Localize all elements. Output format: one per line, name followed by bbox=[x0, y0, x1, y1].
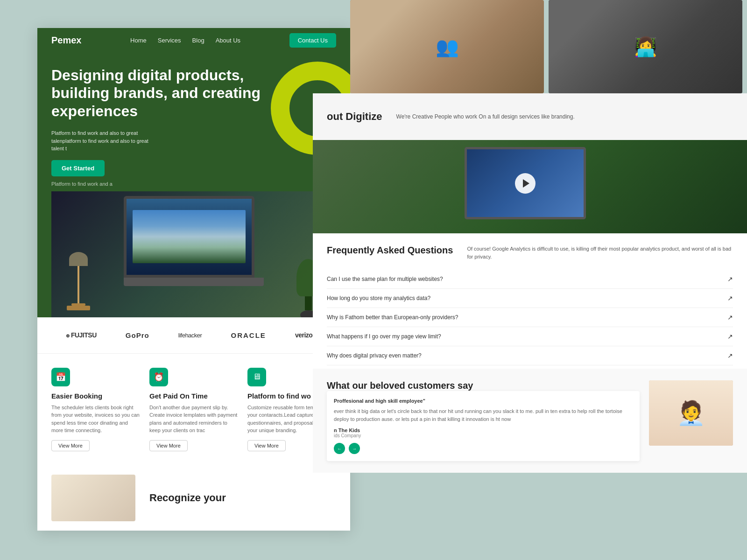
feature-desc-payment: Don't another due payment slip by. Creat… bbox=[149, 404, 238, 434]
recognize-image bbox=[51, 475, 135, 521]
testimonial-author: n The Kids bbox=[334, 427, 633, 433]
view-more-payment[interactable]: View More bbox=[149, 440, 188, 451]
people-scene-1 bbox=[350, 0, 544, 93]
feature-title-booking: Easier Booking bbox=[51, 392, 140, 400]
brand-lifehacker: lifehacker bbox=[178, 332, 202, 339]
faq-arrow-5: ↗ bbox=[727, 352, 733, 359]
faq-section: Frequently Asked Questions Of course! Go… bbox=[313, 233, 747, 377]
hero-title: Designing digital products, building bra… bbox=[51, 66, 285, 120]
about-section: out Digitize We're Creative People who w… bbox=[313, 93, 747, 140]
navigation: Pemex Home Services Blog About Us Contac… bbox=[37, 28, 350, 52]
about-title: out Digitize bbox=[327, 111, 382, 123]
features-section: 📅 Easier Booking The scheduler lets clie… bbox=[37, 354, 350, 465]
faq-question-4: What happens if I go over my page view l… bbox=[327, 333, 441, 340]
hero-subtext: Platform to find work and a bbox=[51, 181, 336, 187]
faq-question-3: Why is Fathom better than European-only … bbox=[327, 314, 458, 321]
video-screen bbox=[465, 147, 586, 219]
nav-services[interactable]: Services bbox=[158, 37, 181, 44]
main-website-panel: Pemex Home Services Blog About Us Contac… bbox=[37, 28, 350, 531]
people-scene-2 bbox=[549, 0, 742, 93]
testimonials-title: What our beloved customers say bbox=[327, 380, 640, 391]
nav-about[interactable]: About Us bbox=[216, 37, 240, 44]
play-triangle-icon bbox=[523, 179, 529, 188]
brand-gopro: GoPro bbox=[126, 331, 149, 339]
testimonial-company: ids Company bbox=[334, 433, 633, 438]
top-right-images bbox=[345, 0, 747, 93]
faq-item-4[interactable]: What happens if I go over my page view l… bbox=[327, 327, 733, 346]
screen-landscape bbox=[133, 210, 245, 263]
lamp-decoration bbox=[65, 252, 91, 313]
nav-home[interactable]: Home bbox=[130, 37, 147, 44]
about-description: We're Creative People who work On a full… bbox=[396, 112, 575, 121]
faq-title: Frequently Asked Questions bbox=[327, 245, 453, 260]
get-started-button[interactable]: Get Started bbox=[51, 160, 105, 176]
video-laptop bbox=[465, 147, 595, 226]
nav-links: Home Services Blog About Us bbox=[130, 36, 240, 44]
laptop-base bbox=[124, 278, 264, 286]
site-logo: Pemex bbox=[51, 35, 82, 46]
feature-card-booking: 📅 Easier Booking The scheduler lets clie… bbox=[51, 368, 140, 451]
play-button[interactable] bbox=[515, 173, 536, 194]
faq-arrow-2: ↗ bbox=[727, 294, 733, 302]
faq-arrow-4: ↗ bbox=[727, 333, 733, 340]
view-more-platform[interactable]: View More bbox=[247, 440, 286, 451]
faq-top: Frequently Asked Questions Of course! Go… bbox=[327, 245, 733, 260]
brand-fujitsu: ⊕ FUJITSU bbox=[66, 331, 97, 339]
testimonial-prev-button[interactable]: ← bbox=[334, 443, 345, 454]
person-smiling-image bbox=[649, 380, 733, 446]
laptop-screen-inner bbox=[127, 199, 252, 275]
testimonial-next-button[interactable]: → bbox=[349, 443, 360, 454]
faq-item-3[interactable]: Why is Fathom better than European-only … bbox=[327, 308, 733, 327]
right-panel: out Digitize We're Creative People who w… bbox=[313, 0, 747, 560]
testimonial-text: ever think it big data or let's circle b… bbox=[334, 407, 633, 423]
testimonial-photo bbox=[649, 380, 733, 446]
faq-item-5[interactable]: Why does digital privacy even matter? ↗ bbox=[327, 346, 733, 365]
faq-item-2[interactable]: How long do you store my analytics data?… bbox=[327, 289, 733, 308]
laptop-screen bbox=[124, 196, 254, 278]
booking-icon: 📅 bbox=[51, 368, 70, 386]
testimonial-badge: Proffesional and high skill employee" bbox=[334, 398, 633, 404]
view-more-booking[interactable]: View More bbox=[51, 440, 90, 451]
hero-image bbox=[51, 191, 336, 317]
faq-question-5: Why does digital privacy even matter? bbox=[327, 352, 422, 359]
payment-icon: ⏰ bbox=[149, 368, 168, 386]
feature-card-payment: ⏰ Get Paid On Time Don't another due pay… bbox=[149, 368, 238, 451]
testimonials-section: What our beloved customers say Proffesio… bbox=[313, 369, 747, 473]
top-image-1 bbox=[350, 0, 544, 93]
recognize-section: Recognize your bbox=[37, 465, 350, 531]
faq-arrow-3: ↗ bbox=[727, 314, 733, 321]
faq-description: Of course! Google Analytics is difficult… bbox=[467, 245, 733, 260]
top-image-2 bbox=[549, 0, 742, 93]
feature-title-payment: Get Paid On Time bbox=[149, 392, 238, 400]
recognize-title: Recognize your bbox=[149, 492, 226, 504]
testimonials-left: What our beloved customers say Proffesio… bbox=[327, 380, 640, 461]
platform-icon: 🖥 bbox=[247, 368, 266, 386]
feature-desc-booking: The scheduler lets clients book right fr… bbox=[51, 404, 140, 434]
testimonial-card: Proffesional and high skill employee" ev… bbox=[327, 391, 640, 461]
nav-blog[interactable]: Blog bbox=[192, 37, 204, 44]
faq-arrow-1: ↗ bbox=[727, 275, 733, 283]
laptop-mockup bbox=[124, 196, 264, 299]
hero-section: Designing digital products, building bra… bbox=[37, 52, 350, 317]
brands-section: ⊕ FUJITSU GoPro lifehacker ORACLE verizo… bbox=[37, 317, 350, 354]
brand-oracle: ORACLE bbox=[231, 331, 266, 339]
faq-question-2: How long do you store my analytics data? bbox=[327, 295, 430, 301]
video-section bbox=[313, 140, 747, 233]
faq-item-1[interactable]: Can I use the same plan for multiple web… bbox=[327, 270, 733, 289]
hero-description: Platform to find work and also to great … bbox=[51, 129, 154, 153]
faq-question-1: Can I use the same plan for multiple web… bbox=[327, 276, 443, 282]
testimonial-navigation: ← → bbox=[334, 443, 633, 454]
